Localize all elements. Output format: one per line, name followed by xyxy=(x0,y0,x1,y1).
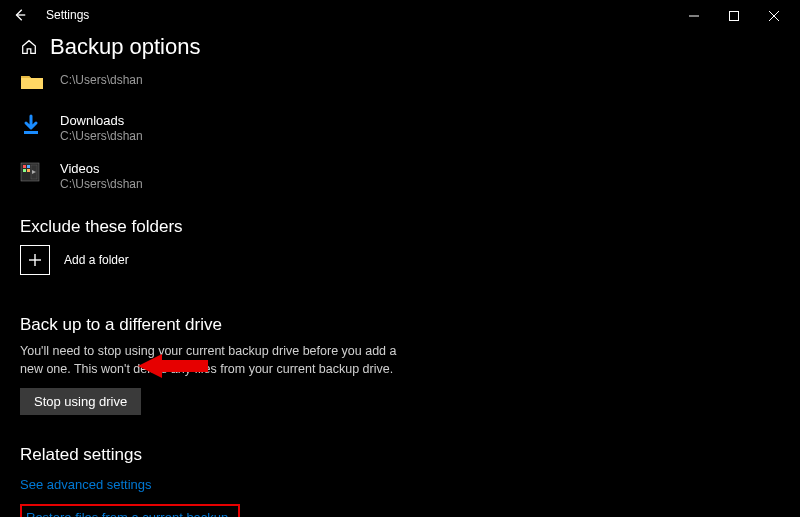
add-folder-label: Add a folder xyxy=(64,253,129,267)
folder-path: C:\Users\dshan xyxy=(60,129,143,143)
folder-name: Downloads xyxy=(60,113,143,128)
folder-item[interactable]: Downloads C:\Users\dshan xyxy=(20,113,780,143)
app-title: Settings xyxy=(46,8,89,22)
svg-rect-10 xyxy=(27,169,30,172)
close-button[interactable] xyxy=(754,4,794,28)
folder-path: C:\Users\dshan xyxy=(60,73,143,87)
folder-name: Videos xyxy=(60,161,143,176)
back-arrow-icon xyxy=(13,8,27,22)
different-drive-desc: You'll need to stop using your current b… xyxy=(20,343,400,378)
maximize-icon xyxy=(729,11,739,21)
folder-item[interactable]: C:\Users\dshan xyxy=(20,72,780,91)
svg-rect-2 xyxy=(730,12,739,21)
page-title: Backup options xyxy=(50,34,200,60)
videos-icon xyxy=(20,162,46,182)
restore-files-link[interactable]: Restore files from a current backup xyxy=(26,510,228,517)
advanced-settings-link[interactable]: See advanced settings xyxy=(20,477,152,492)
svg-rect-9 xyxy=(23,169,26,172)
folder-icon xyxy=(20,73,46,91)
back-button[interactable] xyxy=(8,3,32,27)
close-icon xyxy=(769,11,779,21)
svg-rect-5 xyxy=(24,131,38,134)
folder-path: C:\Users\dshan xyxy=(60,177,143,191)
svg-rect-8 xyxy=(27,165,30,168)
home-icon xyxy=(20,38,38,56)
add-folder-button[interactable]: Add a folder xyxy=(20,245,780,275)
maximize-button[interactable] xyxy=(714,4,754,28)
plus-icon xyxy=(27,252,43,268)
exclude-heading: Exclude these folders xyxy=(20,217,780,237)
minimize-icon xyxy=(689,11,699,21)
related-heading: Related settings xyxy=(20,445,780,465)
downloads-icon xyxy=(20,114,46,136)
folder-item[interactable]: Videos C:\Users\dshan xyxy=(20,161,780,191)
minimize-button[interactable] xyxy=(674,4,714,28)
stop-using-drive-button[interactable]: Stop using drive xyxy=(20,388,141,415)
restore-highlight: Restore files from a current backup xyxy=(20,504,240,517)
different-drive-heading: Back up to a different drive xyxy=(20,315,780,335)
svg-rect-7 xyxy=(23,165,26,168)
